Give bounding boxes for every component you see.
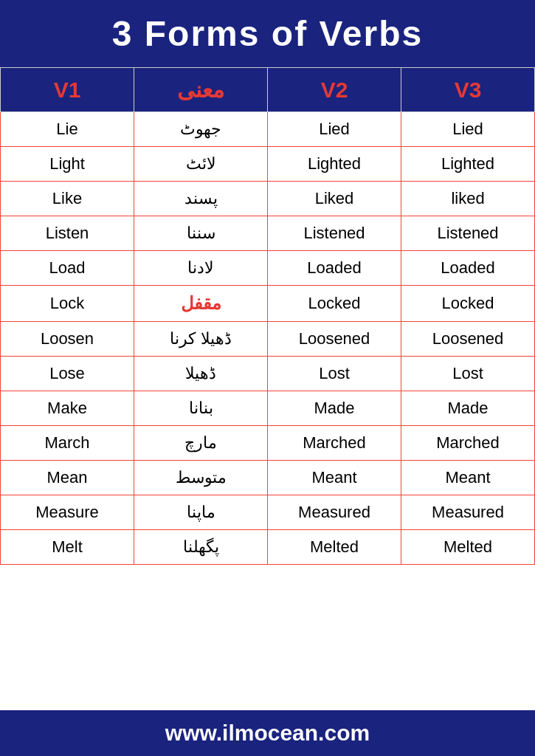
cell-urdu: جھوٹ bbox=[134, 112, 268, 147]
cell-v1: Measure bbox=[1, 495, 134, 530]
cell-v2: Melted bbox=[268, 530, 401, 565]
cell-v3: Melted bbox=[401, 530, 535, 565]
table-row: LikeپسندLikedliked bbox=[1, 182, 535, 216]
cell-v1: Load bbox=[1, 251, 134, 286]
cell-v3: Measured bbox=[401, 495, 535, 530]
cell-urdu: مقفل bbox=[134, 286, 268, 322]
cell-v2: Listened bbox=[268, 216, 401, 251]
table-row: Loosenڈھیلا کرناLoosenedLoosened bbox=[1, 322, 535, 357]
cell-urdu: لائٹ bbox=[134, 147, 268, 182]
cell-v3: Listened bbox=[401, 216, 535, 251]
cell-v3: Marched bbox=[401, 426, 535, 461]
cell-v3: Made bbox=[401, 391, 535, 426]
cell-v3: Loaded bbox=[401, 251, 535, 286]
cell-v3: Meant bbox=[401, 461, 535, 495]
table-header-row: V1 معنی V2 V3 bbox=[1, 68, 535, 112]
cell-v3: Lighted bbox=[401, 147, 535, 182]
cell-v1: Lock bbox=[1, 286, 134, 322]
table-row: ListenسنناListenedListened bbox=[1, 216, 535, 251]
cell-urdu: لادنا bbox=[134, 251, 268, 286]
col-header-v2: V2 bbox=[268, 68, 401, 112]
cell-urdu: بنانا bbox=[134, 391, 268, 426]
header: 3 Forms of Verbs bbox=[0, 0, 535, 67]
cell-urdu: مارچ bbox=[134, 426, 268, 461]
cell-urdu: سننا bbox=[134, 216, 268, 251]
cell-v2: Lost bbox=[268, 357, 401, 391]
cell-v1: Listen bbox=[1, 216, 134, 251]
table-row: MarchمارچMarchedMarched bbox=[1, 426, 535, 461]
table-row: MeasureماپناMeasuredMeasured bbox=[1, 495, 535, 530]
table-row: LightلائٹLightedLighted bbox=[1, 147, 535, 182]
page-title: 3 Forms of Verbs bbox=[112, 14, 423, 53]
cell-v1: Mean bbox=[1, 461, 134, 495]
cell-v3: Locked bbox=[401, 286, 535, 322]
table-row: MeanمتوسطMeantMeant bbox=[1, 461, 535, 495]
cell-v3: liked bbox=[401, 182, 535, 216]
col-header-urdu: معنی bbox=[134, 68, 268, 112]
cell-v2: Marched bbox=[268, 426, 401, 461]
cell-v1: Melt bbox=[1, 530, 134, 565]
cell-v2: Liked bbox=[268, 182, 401, 216]
cell-v1: March bbox=[1, 426, 134, 461]
cell-v1: Lose bbox=[1, 357, 134, 391]
cell-v2: Lied bbox=[268, 112, 401, 147]
footer-text: www.ilmocean.com bbox=[165, 721, 370, 745]
cell-v1: Lie bbox=[1, 112, 134, 147]
table-row: LockمقفلLockedLocked bbox=[1, 286, 535, 322]
cell-v1: Like bbox=[1, 182, 134, 216]
cell-v2: Measured bbox=[268, 495, 401, 530]
cell-v1: Make bbox=[1, 391, 134, 426]
cell-v2: Loosened bbox=[268, 322, 401, 357]
cell-v3: Lied bbox=[401, 112, 535, 147]
table-row: MakeبناناMadeMade bbox=[1, 391, 535, 426]
cell-v1: Light bbox=[1, 147, 134, 182]
cell-urdu: ڈھیلا bbox=[134, 357, 268, 391]
cell-urdu: ڈھیلا کرنا bbox=[134, 322, 268, 357]
cell-urdu: متوسط bbox=[134, 461, 268, 495]
cell-urdu: پگھلنا bbox=[134, 530, 268, 565]
table-row: LieجھوٹLiedLied bbox=[1, 112, 535, 147]
table-container: ilmocean www.ilmocean.com V1 معنی V2 V3 … bbox=[0, 67, 535, 710]
table-row: LoadلادناLoadedLoaded bbox=[1, 251, 535, 286]
col-header-v3: V3 bbox=[401, 68, 535, 112]
cell-v3: Lost bbox=[401, 357, 535, 391]
cell-urdu: ماپنا bbox=[134, 495, 268, 530]
col-header-v1: V1 bbox=[1, 68, 134, 112]
verbs-table: V1 معنی V2 V3 LieجھوٹLiedLiedLightلائٹLi… bbox=[0, 67, 535, 565]
cell-urdu: پسند bbox=[134, 182, 268, 216]
cell-v2: Locked bbox=[268, 286, 401, 322]
cell-v2: Meant bbox=[268, 461, 401, 495]
cell-v3: Loosened bbox=[401, 322, 535, 357]
table-row: MeltپگھلناMeltedMelted bbox=[1, 530, 535, 565]
cell-v1: Loosen bbox=[1, 322, 134, 357]
cell-v2: Lighted bbox=[268, 147, 401, 182]
cell-v2: Made bbox=[268, 391, 401, 426]
table-row: LoseڈھیلاLostLost bbox=[1, 357, 535, 391]
footer: www.ilmocean.com bbox=[0, 710, 535, 756]
cell-v2: Loaded bbox=[268, 251, 401, 286]
